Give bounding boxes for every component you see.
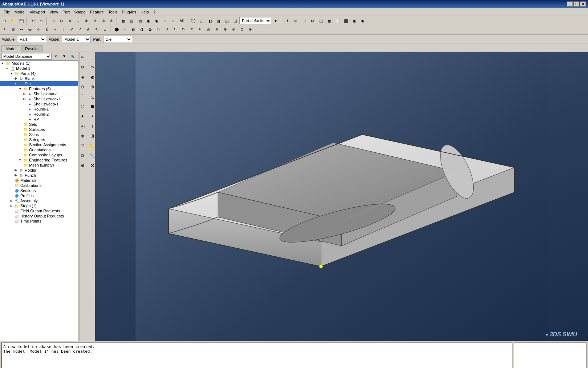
- tab-model[interactable]: Model: [1, 45, 20, 52]
- tree-options-btn[interactable]: ▼: [60, 52, 68, 60]
- tree-toggle-assembly[interactable]: ⊕: [9, 199, 14, 203]
- tool-csys-btn[interactable]: ⊕: [80, 131, 87, 141]
- tree-toggle-parts[interactable]: ▾: [9, 72, 14, 75]
- close-button[interactable]: ×: [580, 1, 586, 7]
- tree-item-blank[interactable]: ⊕⚙Blank: [0, 76, 78, 81]
- tree-item-calibrations[interactable]: 📁Calibrations: [0, 183, 78, 188]
- database-select[interactable]: Model Database: [1, 53, 52, 60]
- tree-item-field-output[interactable]: 📊Field Output Requests: [0, 208, 78, 213]
- tb-btn-11[interactable]: ▦: [119, 17, 127, 25]
- tool-point-btn[interactable]: •: [88, 112, 95, 121]
- tb2-btn-2[interactable]: ⌯: [26, 25, 34, 33]
- tree-item-rp[interactable]: ✦RP: [0, 117, 78, 122]
- tool-loft-btn[interactable]: ◈: [80, 72, 87, 82]
- minimize-button[interactable]: _: [567, 1, 573, 7]
- menu-question[interactable]: ?: [151, 9, 158, 15]
- tree-refresh-btn[interactable]: ↺: [52, 52, 60, 60]
- tree-toggle-shell-extrude-1[interactable]: ⊕: [22, 97, 27, 101]
- tb-btn-3[interactable]: ⊞: [49, 17, 57, 25]
- tb-btn-23[interactable]: ◲: [231, 17, 239, 25]
- tool-chamfer-btn[interactable]: ◺: [88, 92, 95, 101]
- view-btn-10[interactable]: ⟲: [188, 25, 196, 33]
- tb2-btn-1[interactable]: ⊷: [17, 25, 25, 33]
- tb-btn-22[interactable]: ◱: [223, 17, 231, 25]
- tool-revolve-btn[interactable]: ↺: [80, 63, 87, 72]
- tb-btn-17[interactable]: ↗: [169, 17, 177, 25]
- tree-item-shell-extrude-1[interactable]: ⊕●Shell extrude-1: [0, 96, 78, 101]
- tree-item-engineering-features[interactable]: ▾📁Engineering Features: [0, 157, 78, 163]
- tb-btn-28[interactable]: ⊠: [308, 17, 316, 25]
- tb-btn-32[interactable]: ⬛: [342, 17, 350, 25]
- tb-btn-30[interactable]: ▦: [325, 17, 333, 25]
- tool-blend-btn[interactable]: ◉: [88, 72, 95, 82]
- tb-btn-8[interactable]: ②: [91, 17, 99, 25]
- menu-tools[interactable]: Tools: [106, 9, 120, 15]
- tool-axis-btn[interactable]: ↕: [88, 121, 95, 131]
- tree-item-models[interactable]: ▾📁Models (1): [0, 61, 78, 66]
- tb-btn-24[interactable]: ▼: [272, 17, 280, 25]
- tb-btn-26[interactable]: ⊞: [292, 17, 300, 25]
- tree-toggle-features[interactable]: ▾: [17, 87, 23, 91]
- view-btn-7[interactable]: ↺: [163, 25, 171, 33]
- view-btn-3[interactable]: ◐: [129, 25, 137, 33]
- tb-btn-19[interactable]: ⬚: [198, 17, 206, 25]
- tree-filter-btn[interactable]: 🔦: [68, 52, 76, 60]
- tree-toggle-models[interactable]: ▾: [0, 61, 5, 65]
- tb-btn-10[interactable]: ④: [108, 17, 115, 25]
- tree-item-holder[interactable]: ⊕⚙Holder: [0, 168, 78, 173]
- tree-item-materials[interactable]: 🔶Materials: [0, 178, 78, 183]
- tree-item-stringers[interactable]: 📁Stringers: [0, 137, 78, 142]
- tool-datum-btn[interactable]: ✦: [80, 112, 87, 121]
- maximize-button[interactable]: □: [573, 1, 579, 7]
- tb2-btn-7[interactable]: ⤢: [68, 25, 76, 33]
- tree-item-composite-layups[interactable]: 📁Composite Layups: [0, 152, 78, 157]
- tool-solid-btn[interactable]: ⬢: [88, 102, 95, 111]
- tool-sweep-btn[interactable]: ⊃: [88, 63, 95, 72]
- view-btn-16[interactable]: ⊙: [238, 25, 246, 33]
- tb-btn-16[interactable]: ⊕: [161, 17, 169, 25]
- tb-btn-27[interactable]: ⊟: [300, 17, 308, 25]
- tree-item-features[interactable]: ▾📁Features (6): [0, 86, 78, 91]
- tool-merge-btn[interactable]: ⊕: [88, 82, 95, 92]
- module-select[interactable]: Part Assembly Step Mesh: [17, 36, 46, 43]
- view-btn-2[interactable]: ○: [121, 25, 129, 33]
- tb-btn-7[interactable]: ①: [82, 17, 90, 25]
- view-btn-11[interactable]: ⤿: [196, 25, 204, 33]
- tree-item-sections[interactable]: 🔷Sections: [0, 188, 78, 193]
- part-defaults-select[interactable]: Part defaults: [239, 17, 271, 24]
- tree-toggle-die[interactable]: ▾: [13, 82, 18, 85]
- tb2-btn-8[interactable]: ↗: [76, 25, 84, 33]
- menu-shape[interactable]: Shape: [72, 9, 88, 15]
- model-select[interactable]: Model-1: [62, 36, 91, 43]
- tool-repair-btn[interactable]: 🔧: [88, 151, 95, 160]
- select-all-btn[interactable]: All: [178, 17, 186, 25]
- tool-measure-btn[interactable]: 📐: [88, 141, 95, 151]
- undo-button[interactable]: ↶: [29, 17, 37, 25]
- view-btn-6[interactable]: ▷: [154, 25, 162, 33]
- view-btn-4[interactable]: ◑: [138, 25, 146, 33]
- part-select[interactable]: Die Blank Holder Punch: [103, 36, 132, 43]
- menu-plugins[interactable]: Plug-ins: [120, 9, 139, 15]
- view-btn-15[interactable]: ⊚: [230, 25, 238, 33]
- tree-toggle-model1[interactable]: ▾: [4, 67, 9, 70]
- menu-help[interactable]: Help: [138, 9, 151, 15]
- tb2-btn-6[interactable]: ↕: [59, 25, 67, 33]
- tb2-btn-10[interactable]: ↖: [93, 25, 101, 33]
- snap-btn[interactable]: ⌖: [1, 25, 9, 33]
- tb2-btn-3[interactable]: ⊹: [34, 25, 42, 33]
- tree-toggle-steps[interactable]: ⊕: [9, 204, 14, 208]
- open-button[interactable]: 📂: [9, 17, 17, 25]
- tree-item-steps[interactable]: ⊕📁Steps (1): [0, 203, 78, 208]
- tree-toggle-shell-planar-1[interactable]: ⊕: [22, 92, 27, 96]
- save-button[interactable]: 💾: [17, 17, 25, 25]
- tool-sketch-btn[interactable]: ✏: [80, 53, 87, 62]
- menu-feature[interactable]: Feature: [88, 9, 106, 15]
- tree-item-shell-planar-1[interactable]: ⊕●Shell planar-1: [0, 91, 78, 96]
- tree-item-punch[interactable]: ⊕⚙Punch: [0, 173, 78, 178]
- tb-btn-25[interactable]: ℹ: [283, 17, 291, 25]
- tb-btn-31[interactable]: ⬜: [333, 17, 341, 25]
- tb2-btn-11[interactable]: ⊿: [101, 25, 109, 33]
- menu-file[interactable]: File: [1, 9, 12, 15]
- tb-btn-29[interactable]: ◫: [317, 17, 325, 25]
- tool-shell-btn[interactable]: ⬡: [80, 102, 87, 111]
